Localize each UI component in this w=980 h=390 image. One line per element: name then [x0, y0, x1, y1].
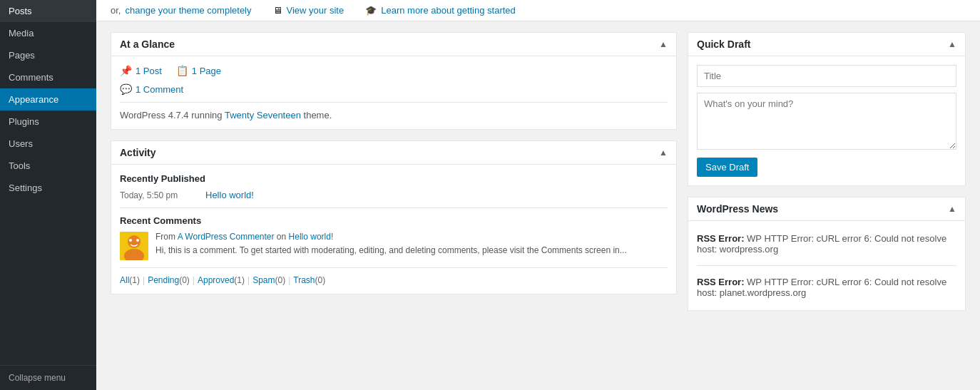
glance-stats-row: 📌 1 Post 📋 1 Page — [120, 65, 668, 76]
main-content: or, change your theme completely 🖥 View … — [96, 0, 980, 390]
quick-draft-content-input[interactable] — [697, 93, 956, 150]
learn-more-section: 🎓 Learn more about getting started — [365, 5, 516, 16]
post-count-link[interactable]: 📌 1 Post — [120, 65, 162, 76]
activity-item: Today, 5:50 pm Hello world! — [120, 190, 668, 200]
theme-change-section: or, change your theme completely — [111, 5, 252, 16]
at-a-glance-header: At a Glance ▲ — [111, 33, 676, 56]
view-site-section: 🖥 View your site — [273, 5, 344, 16]
glance-divider — [120, 102, 668, 103]
comment-icon: 💬 — [120, 83, 132, 95]
filter-pending-link[interactable]: Pending — [148, 275, 179, 285]
dashboard-content: At a Glance ▲ 📌 1 Post 📋 1 Page — [96, 21, 980, 390]
sidebar: Posts Media Pages Comments Appearance Pl… — [0, 0, 96, 390]
sidebar-item-media[interactable]: Media — [0, 22, 96, 44]
wordpress-news-body: RSS Error: WP HTTP Error: cURL error 6: … — [688, 221, 965, 310]
news-rss-label-2: RSS Error: — [697, 277, 744, 287]
activity-post-link[interactable]: Hello world! — [205, 190, 254, 200]
news-divider — [697, 265, 956, 266]
quick-draft-title: Quick Draft — [697, 39, 750, 50]
sidebar-item-comments[interactable]: Comments — [0, 66, 96, 88]
filter-trash-link[interactable]: Trash — [293, 275, 315, 285]
comment-count-label: 1 Comment — [136, 84, 183, 95]
svg-point-3 — [129, 239, 132, 242]
comment-count-link[interactable]: 💬 1 Comment — [120, 83, 183, 95]
filter-all-count: (1) — [129, 275, 140, 285]
activity-time: Today, 5:50 pm — [120, 190, 198, 200]
filter-approved-count: (1) — [234, 275, 245, 285]
page-count-link[interactable]: 📋 1 Page — [176, 65, 221, 76]
quick-draft-toggle[interactable]: ▲ — [948, 39, 956, 49]
at-a-glance-widget: At a Glance ▲ 📌 1 Post 📋 1 Page — [111, 32, 677, 130]
filter-spam-link[interactable]: Spam — [252, 275, 275, 285]
comment-author-link[interactable]: A WordPress Commenter — [178, 232, 275, 242]
at-a-glance-toggle[interactable]: ▲ — [659, 39, 668, 49]
view-site-link[interactable]: View your site — [287, 5, 344, 16]
filter-trash-count: (0) — [315, 275, 326, 285]
post-icon: 📌 — [120, 65, 132, 76]
activity-header: Activity ▲ — [111, 141, 676, 165]
comment-from-line: From A WordPress Commenter on Hello worl… — [155, 232, 668, 242]
learn-icon: 🎓 — [365, 5, 377, 16]
comment-content: From A WordPress Commenter on Hello worl… — [155, 232, 668, 260]
filter-all-link[interactable]: All — [120, 275, 129, 285]
recently-published-label: Recently Published — [120, 173, 668, 184]
sidebar-item-tools[interactable]: Tools — [0, 155, 96, 177]
activity-body: Recently Published Today, 5:50 pm Hello … — [111, 165, 676, 294]
filter-approved-link[interactable]: Approved — [198, 275, 234, 285]
theme-link[interactable]: Twenty Seventeen — [225, 110, 301, 120]
wordpress-news-widget: WordPress News ▲ RSS Error: WP HTTP Erro… — [688, 197, 966, 311]
quick-draft-body: Save Draft — [688, 56, 965, 185]
sidebar-item-users[interactable]: Users — [0, 133, 96, 155]
sidebar-item-plugins[interactable]: Plugins — [0, 111, 96, 133]
filter-pending-count: (0) — [179, 275, 190, 285]
wordpress-news-toggle[interactable]: ▲ — [948, 204, 956, 214]
quick-draft-widget: Quick Draft ▲ Save Draft — [688, 32, 966, 186]
from-label: From — [155, 232, 175, 242]
page-count-label: 1 Page — [192, 66, 221, 76]
quick-draft-header: Quick Draft ▲ — [688, 33, 965, 56]
news-rss-label-1: RSS Error: — [697, 233, 744, 244]
activity-divider — [120, 207, 668, 208]
avatar-svg — [120, 232, 148, 260]
left-column: At a Glance ▲ 📌 1 Post 📋 1 Page — [111, 32, 677, 379]
wordpress-news-header: WordPress News ▲ — [688, 197, 965, 221]
sidebar-item-pages[interactable]: Pages — [0, 44, 96, 66]
news-item-2: RSS Error: WP HTTP Error: cURL error 6: … — [697, 273, 956, 302]
version-text: WordPress 4.7.4 running Twenty Seventeen… — [120, 110, 668, 120]
sidebar-item-settings[interactable]: Settings — [0, 177, 96, 199]
at-a-glance-body: 📌 1 Post 📋 1 Page 💬 1 Comment — [111, 56, 676, 129]
sidebar-item-appearance[interactable]: Appearance — [0, 88, 96, 111]
quick-draft-title-input[interactable] — [697, 65, 956, 87]
wordpress-news-title: WordPress News — [697, 203, 778, 215]
comment-divider — [120, 267, 668, 268]
change-theme-link[interactable]: change your theme completely — [125, 5, 251, 16]
activity-toggle[interactable]: ▲ — [659, 148, 668, 158]
right-column: Quick Draft ▲ Save Draft WordPress News … — [688, 32, 966, 379]
topbar-or-text: or, — [111, 5, 121, 16]
comment-post-link[interactable]: Hello world! — [289, 232, 334, 242]
filter-spam-count: (0) — [275, 275, 286, 285]
page-icon: 📋 — [176, 65, 188, 76]
comment-filter-bar: All (1) | Pending (0) | Approved (1) | S… — [120, 275, 668, 285]
activity-widget: Activity ▲ Recently Published Today, 5:5… — [111, 140, 677, 294]
post-count-label: 1 Post — [136, 66, 162, 76]
glance-stats-row-2: 💬 1 Comment — [120, 83, 668, 95]
on-label: on — [277, 232, 286, 242]
save-draft-button[interactable]: Save Draft — [697, 158, 757, 177]
comment-text: Hi, this is a comment. To get started wi… — [155, 244, 668, 257]
recent-comments-label: Recent Comments — [120, 215, 668, 226]
at-a-glance-title: At a Glance — [120, 39, 175, 50]
view-site-icon: 🖥 — [273, 5, 282, 16]
topbar: or, change your theme completely 🖥 View … — [96, 0, 980, 21]
comment-item: From A WordPress Commenter on Hello worl… — [120, 232, 668, 260]
sidebar-item-posts[interactable]: Posts — [0, 0, 96, 22]
svg-point-4 — [136, 239, 139, 242]
collapse-menu-button[interactable]: Collapse menu — [0, 365, 96, 390]
avatar — [120, 232, 148, 260]
activity-title: Activity — [120, 147, 156, 158]
learn-more-link[interactable]: Learn more about getting started — [381, 5, 516, 16]
news-item-1: RSS Error: WP HTTP Error: cURL error 6: … — [697, 230, 956, 258]
